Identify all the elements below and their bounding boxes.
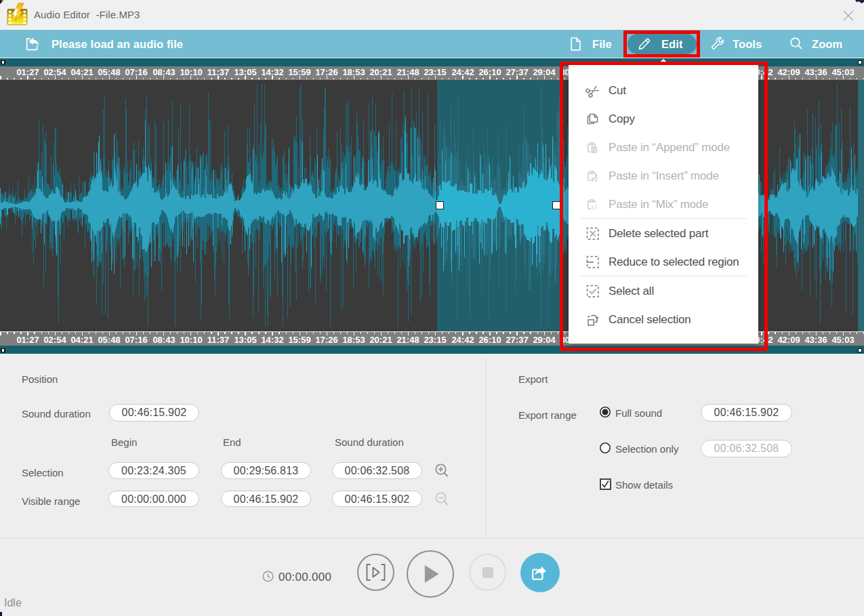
svg-text:20:21: 20:21 [369, 335, 392, 345]
svg-text:42:09: 42:09 [777, 67, 800, 77]
svg-text:08:43: 08:43 [152, 335, 175, 345]
svg-text:21:48: 21:48 [396, 67, 419, 77]
svg-text:24:42: 24:42 [451, 335, 474, 345]
svg-text:43:36: 43:36 [804, 335, 827, 345]
svg-text:13:05: 13:05 [234, 67, 256, 77]
svg-text:17:26: 17:26 [315, 335, 337, 345]
svg-text:04:21: 04:21 [70, 335, 93, 345]
svg-text:45:03: 45:03 [831, 335, 854, 345]
svg-text:23:15: 23:15 [424, 67, 446, 77]
svg-text:04:21: 04:21 [70, 67, 93, 77]
svg-text:13:05: 13:05 [234, 335, 256, 345]
svg-text:01:27: 01:27 [16, 335, 39, 345]
svg-text:26:10: 26:10 [478, 67, 501, 77]
svg-text:45:03: 45:03 [831, 67, 854, 77]
svg-text:15:59: 15:59 [288, 67, 310, 77]
svg-text:15:59: 15:59 [288, 335, 310, 345]
svg-text:02:54: 02:54 [43, 335, 66, 345]
svg-text:05:48: 05:48 [98, 335, 120, 345]
svg-text:29:04: 29:04 [533, 67, 556, 77]
svg-text:18:53: 18:53 [342, 67, 365, 77]
svg-text:05:48: 05:48 [98, 67, 120, 77]
svg-text:11:37: 11:37 [207, 67, 230, 77]
svg-text:27:37: 27:37 [506, 335, 528, 345]
svg-text:27:37: 27:37 [506, 67, 528, 77]
svg-text:21:48: 21:48 [396, 335, 419, 345]
svg-text:18:53: 18:53 [342, 335, 365, 345]
svg-text:14:32: 14:32 [261, 67, 283, 77]
svg-text:07:16: 07:16 [125, 335, 147, 345]
svg-text:26:10: 26:10 [478, 335, 501, 345]
svg-text:10:10: 10:10 [180, 67, 202, 77]
svg-text:42:09: 42:09 [777, 335, 800, 345]
svg-text:11:37: 11:37 [207, 335, 230, 345]
svg-text:07:16: 07:16 [125, 67, 147, 77]
svg-text:10:10: 10:10 [180, 335, 202, 345]
svg-text:29:04: 29:04 [533, 335, 556, 345]
svg-text:24:42: 24:42 [451, 67, 474, 77]
svg-text:01:27: 01:27 [16, 67, 39, 77]
svg-text:20:21: 20:21 [369, 67, 392, 77]
svg-text:14:32: 14:32 [261, 335, 283, 345]
svg-text:08:43: 08:43 [152, 67, 175, 77]
svg-text:17:26: 17:26 [315, 67, 337, 77]
svg-text:02:54: 02:54 [43, 67, 66, 77]
svg-text:23:15: 23:15 [424, 335, 446, 345]
svg-text:43:36: 43:36 [804, 67, 827, 77]
